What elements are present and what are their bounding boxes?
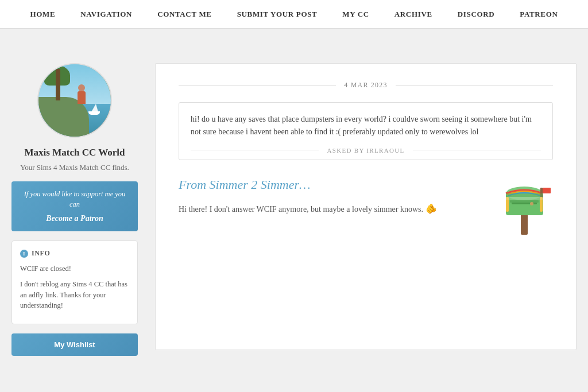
- nav-home[interactable]: HOME: [18, 0, 68, 28]
- post-date: 4 MAR 2023: [179, 81, 553, 90]
- sidebar: Maxis Match CC World Your Sims 4 Maxis M…: [11, 63, 138, 356]
- nav-contact-me[interactable]: CONTACT ME: [145, 0, 225, 28]
- nav-patreon[interactable]: PATREON: [507, 0, 570, 28]
- avatar: [37, 63, 112, 138]
- asked-by: ASKED BY IRLRAOUL: [191, 147, 541, 154]
- nav-submit-post[interactable]: SUBMIT YOUR POST: [225, 0, 330, 28]
- main-content: 4 MAR 2023 hi! do u have any saves that …: [155, 63, 577, 350]
- nav-my-cc[interactable]: MY CC: [330, 0, 381, 28]
- question-box: hi! do u have any saves that place dumps…: [179, 102, 553, 160]
- svg-point-7: [530, 202, 533, 205]
- info-line-2: I don't reblog any Sims 4 CC that has an…: [20, 279, 129, 311]
- info-line-1: WCIF are closed!: [20, 263, 129, 274]
- emoji: 🫵: [425, 204, 437, 214]
- response-body: Hi there! I don't answer WCIF anymore, b…: [179, 201, 484, 216]
- main-nav: HOME NAVIGATION CONTACT ME SUBMIT YOUR P…: [0, 0, 588, 29]
- info-header: i INFO: [20, 249, 129, 258]
- blog-title: Maxis Match CC World: [25, 147, 125, 158]
- question-text: hi! do u have any saves that place dumps…: [191, 113, 541, 139]
- response-title: From Simmer 2 Simmer…: [179, 177, 484, 192]
- blog-subtitle: Your Sims 4 Maxis Match CC finds.: [20, 163, 129, 172]
- mailbox-illustration: [496, 172, 553, 235]
- svg-rect-10: [506, 193, 543, 197]
- nav-discord[interactable]: DISCORD: [445, 0, 508, 28]
- wishlist-button[interactable]: My Wishlist: [11, 333, 138, 356]
- nav-archive[interactable]: ARCHIVE: [382, 0, 445, 28]
- patron-link[interactable]: Become a Patron: [46, 214, 103, 223]
- page-wrapper: Maxis Match CC World Your Sims 4 Maxis M…: [0, 29, 588, 379]
- info-box: i INFO WCIF are closed! I don't reblog a…: [11, 240, 138, 324]
- svg-rect-5: [510, 200, 539, 203]
- svg-rect-4: [543, 188, 551, 193]
- patron-support-text: If you would like to support me you can: [18, 189, 131, 209]
- svg-rect-0: [521, 213, 528, 235]
- svg-rect-11: [506, 197, 543, 200]
- patron-box: If you would like to support me you can …: [11, 181, 138, 231]
- response-text-area: From Simmer 2 Simmer… Hi there! I don't …: [179, 177, 484, 216]
- nav-navigation[interactable]: NAVIGATION: [68, 0, 145, 28]
- info-icon: i: [20, 250, 28, 258]
- response-area: From Simmer 2 Simmer… Hi there! I don't …: [179, 177, 553, 235]
